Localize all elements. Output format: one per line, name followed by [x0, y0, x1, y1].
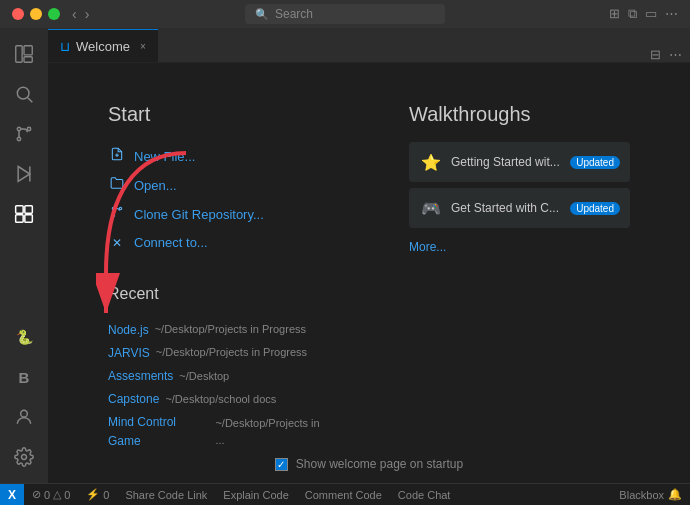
- recent-name-mindcontrol: Mind Control Game: [108, 413, 209, 449]
- svg-rect-12: [16, 215, 24, 223]
- svg-rect-11: [25, 206, 33, 214]
- startup-checkbox-row: ✓ Show welcome page on startup: [48, 449, 690, 483]
- activity-source-control[interactable]: [6, 116, 42, 152]
- clone-action[interactable]: Clone Git Repository...: [108, 200, 329, 229]
- svg-marker-8: [18, 167, 30, 182]
- recent-item-nodejs[interactable]: Node.js ~/Desktop/Projects in Progress: [108, 319, 329, 342]
- walkthrough-item-1[interactable]: ⭐ Getting Started wit... Updated: [409, 142, 630, 182]
- blackbox-label: Blackbox: [619, 489, 664, 501]
- errors-indicator[interactable]: ⊘ 0 △ 0: [24, 484, 78, 505]
- title-actions: ⊞ ⧉ ▭ ⋯: [609, 6, 678, 22]
- activity-explorer[interactable]: [6, 36, 42, 72]
- svg-point-19: [112, 207, 114, 209]
- explain-code-button[interactable]: Explain Code: [215, 484, 296, 505]
- code-chat-label: Code Chat: [398, 489, 451, 501]
- more-actions-icon[interactable]: ⋯: [669, 47, 682, 62]
- svg-rect-2: [24, 57, 32, 63]
- error-icon: ⊘: [32, 488, 41, 501]
- svg-rect-13: [25, 215, 33, 223]
- bottom-right: Blackbox 🔔: [611, 488, 690, 501]
- right-section: Walkthroughs ⭐ Getting Started wit... Up…: [409, 103, 630, 409]
- tab-close-button[interactable]: ×: [140, 41, 146, 52]
- forward-button[interactable]: ›: [85, 6, 90, 22]
- warning-icon: △: [53, 488, 61, 501]
- activity-run[interactable]: [6, 156, 42, 192]
- recent-item-capstone[interactable]: Capstone ~/Desktop/school docs: [108, 388, 329, 411]
- split-editor-icon[interactable]: ⊟: [650, 47, 661, 62]
- activity-search[interactable]: [6, 76, 42, 112]
- activity-extensions[interactable]: [6, 196, 42, 232]
- blackbox-x-indicator[interactable]: X: [0, 484, 24, 505]
- clone-label: Clone Git Repository...: [134, 205, 264, 225]
- walkthroughs-more-link[interactable]: More...: [409, 240, 446, 254]
- svg-point-5: [17, 127, 20, 130]
- share-code-link[interactable]: Share Code Link: [117, 484, 215, 505]
- split-icon[interactable]: ⧉: [628, 6, 637, 22]
- recent-name-jarvis: JARVIS: [108, 344, 150, 363]
- svg-point-6: [27, 127, 30, 130]
- recent-path-mindcontrol: ~/Desktop/Projects in ...: [215, 415, 329, 449]
- updated-badge-1: Updated: [570, 156, 620, 169]
- startup-checkbox[interactable]: ✓: [275, 458, 288, 471]
- code-chat-button[interactable]: Code Chat: [390, 484, 459, 505]
- recent-path-jarvis: ~/Desktop/Projects in Progress: [156, 344, 307, 362]
- activity-account[interactable]: [6, 399, 42, 435]
- no-problems-count: 0: [103, 489, 109, 501]
- warning-count: 0: [64, 489, 70, 501]
- minimize-button[interactable]: [30, 8, 42, 20]
- recent-item-assesments[interactable]: Assesments ~/Desktop: [108, 365, 329, 388]
- tab-bar: ⊔ Welcome × ⊟ ⋯: [48, 28, 690, 63]
- walkthrough-item-2[interactable]: 🎮 Get Started with C... Updated: [409, 188, 630, 228]
- open-action[interactable]: Open...: [108, 171, 329, 200]
- no-problems-indicator[interactable]: ⚡ 0: [78, 484, 117, 505]
- recent-name-nodejs: Node.js: [108, 321, 149, 340]
- activity-python[interactable]: 🐍: [6, 319, 42, 355]
- start-section: Start New File...: [108, 103, 329, 257]
- new-file-action[interactable]: New File...: [108, 142, 329, 171]
- back-button[interactable]: ‹: [72, 6, 77, 22]
- nav-buttons: ‹ ›: [72, 6, 89, 22]
- walkthrough-icon-1: ⭐: [419, 150, 443, 174]
- svg-point-3: [17, 87, 29, 99]
- svg-rect-1: [24, 46, 32, 55]
- svg-rect-10: [16, 206, 24, 214]
- comment-code-label: Comment Code: [305, 489, 382, 501]
- layout-icon[interactable]: ⊞: [609, 6, 620, 22]
- error-count: 0: [44, 489, 50, 501]
- new-file-icon: [108, 146, 126, 167]
- activity-blackbox[interactable]: B: [6, 359, 42, 395]
- activity-settings[interactable]: [6, 439, 42, 475]
- walkthrough-icon-2: 🎮: [419, 196, 443, 220]
- traffic-lights: [12, 8, 60, 20]
- connect-action[interactable]: ✕ Connect to...: [108, 229, 329, 257]
- recent-path-nodejs: ~/Desktop/Projects in Progress: [155, 321, 306, 339]
- close-button[interactable]: [12, 8, 24, 20]
- bell-icon[interactable]: 🔔: [668, 488, 682, 501]
- svg-point-14: [21, 410, 28, 417]
- comment-code-button[interactable]: Comment Code: [297, 484, 390, 505]
- welcome-tab[interactable]: ⊔ Welcome ×: [48, 29, 158, 62]
- share-code-label: Share Code Link: [125, 489, 207, 501]
- recent-item-mindcontrol[interactable]: Mind Control Game ~/Desktop/Projects in …: [108, 411, 329, 449]
- activity-bar: 🐍 B: [0, 28, 48, 483]
- clone-icon: [108, 204, 126, 225]
- search-bar[interactable]: 🔍 Search: [245, 4, 445, 24]
- search-placeholder: Search: [275, 7, 313, 21]
- recent-name-assesments: Assesments: [108, 367, 173, 386]
- left-section: Start New File...: [108, 103, 329, 409]
- new-file-label: New File...: [134, 147, 195, 167]
- recent-item-jarvis[interactable]: JARVIS ~/Desktop/Projects in Progress: [108, 342, 329, 365]
- tab-right-actions: ⊟ ⋯: [642, 47, 690, 62]
- svg-line-4: [28, 98, 33, 103]
- panel-icon[interactable]: ▭: [645, 6, 657, 22]
- startup-checkbox-label: Show welcome page on startup: [296, 457, 463, 471]
- connect-label: Connect to...: [134, 233, 208, 253]
- tab-icon: ⊔: [60, 39, 70, 54]
- svg-point-7: [17, 137, 20, 140]
- more-icon[interactable]: ⋯: [665, 6, 678, 22]
- updated-badge-2: Updated: [570, 202, 620, 215]
- x-label: X: [0, 488, 24, 502]
- maximize-button[interactable]: [48, 8, 60, 20]
- bottom-bar: X ⊘ 0 △ 0 ⚡ 0 Share Code Link Explain Co…: [0, 483, 690, 505]
- recent-section: Recent Node.js ~/Desktop/Projects in Pro…: [108, 285, 329, 450]
